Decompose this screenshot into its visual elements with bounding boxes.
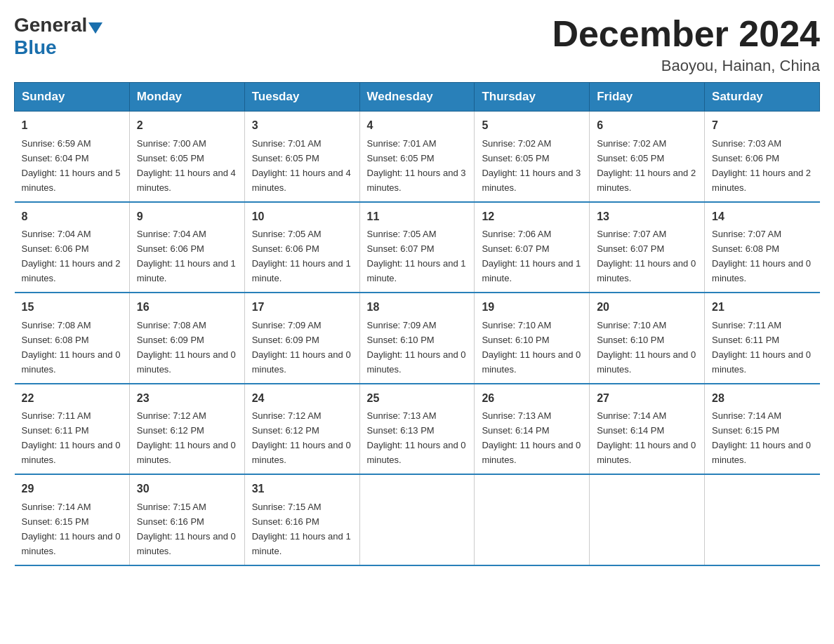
day-number: 15: [22, 299, 122, 316]
day-number: 17: [252, 299, 352, 316]
cell-content: Sunrise: 7:04 AMSunset: 6:06 PMDaylight:…: [137, 229, 236, 283]
calendar-cell: 6Sunrise: 7:02 AMSunset: 6:05 PMDaylight…: [590, 112, 705, 202]
calendar-cell: [475, 474, 590, 565]
calendar-cell: 14Sunrise: 7:07 AMSunset: 6:08 PMDayligh…: [705, 202, 820, 293]
calendar-cell: 11Sunrise: 7:05 AMSunset: 6:07 PMDayligh…: [359, 202, 475, 293]
page-header: General Blue December 2024 Baoyou, Haina…: [14, 14, 820, 75]
cell-content: Sunrise: 7:04 AMSunset: 6:06 PMDaylight:…: [22, 229, 121, 283]
day-number: 14: [712, 208, 812, 226]
calendar-cell: 3Sunrise: 7:01 AMSunset: 6:05 PMDaylight…: [244, 112, 359, 202]
calendar-cell: 18Sunrise: 7:09 AMSunset: 6:10 PMDayligh…: [359, 293, 475, 383]
calendar-cell: 31Sunrise: 7:15 AMSunset: 6:16 PMDayligh…: [244, 474, 359, 565]
cell-content: Sunrise: 7:10 AMSunset: 6:10 PMDaylight:…: [482, 320, 581, 375]
cell-content: Sunrise: 7:08 AMSunset: 6:08 PMDaylight:…: [22, 320, 121, 375]
calendar-cell: 20Sunrise: 7:10 AMSunset: 6:10 PMDayligh…: [590, 293, 705, 383]
cell-content: Sunrise: 7:12 AMSunset: 6:12 PMDaylight:…: [137, 410, 236, 465]
cell-content: Sunrise: 7:00 AMSunset: 6:05 PMDaylight:…: [137, 138, 236, 193]
cell-content: Sunrise: 7:15 AMSunset: 6:16 PMDaylight:…: [137, 502, 236, 556]
calendar-cell: 13Sunrise: 7:07 AMSunset: 6:07 PMDayligh…: [590, 202, 705, 293]
day-number: 26: [482, 390, 582, 408]
calendar-cell: 24Sunrise: 7:12 AMSunset: 6:12 PMDayligh…: [244, 384, 359, 474]
day-number: 31: [252, 481, 352, 498]
calendar-cell: 26Sunrise: 7:13 AMSunset: 6:14 PMDayligh…: [475, 384, 590, 474]
day-number: 30: [137, 481, 237, 498]
calendar-table: SundayMondayTuesdayWednesdayThursdayFrid…: [14, 82, 820, 565]
calendar-cell: 19Sunrise: 7:10 AMSunset: 6:10 PMDayligh…: [475, 293, 590, 383]
logo: General Blue: [14, 14, 104, 59]
cell-content: Sunrise: 7:01 AMSunset: 6:05 PMDaylight:…: [367, 138, 466, 193]
day-number: 10: [252, 208, 352, 226]
day-number: 25: [367, 390, 468, 408]
calendar-cell: 22Sunrise: 7:11 AMSunset: 6:11 PMDayligh…: [15, 384, 130, 474]
cell-content: Sunrise: 7:14 AMSunset: 6:15 PMDaylight:…: [22, 502, 121, 556]
day-number: 6: [597, 117, 697, 135]
calendar-cell: 28Sunrise: 7:14 AMSunset: 6:15 PMDayligh…: [705, 384, 820, 474]
cell-content: Sunrise: 7:09 AMSunset: 6:10 PMDaylight:…: [367, 320, 466, 375]
cell-content: Sunrise: 7:09 AMSunset: 6:09 PMDaylight:…: [252, 320, 351, 375]
weekday-header-sunday: Sunday: [15, 83, 130, 112]
weekday-header-friday: Friday: [590, 83, 705, 112]
day-number: 3: [252, 117, 352, 135]
weekday-header-wednesday: Wednesday: [359, 83, 475, 112]
day-number: 16: [137, 299, 237, 316]
cell-content: Sunrise: 7:13 AMSunset: 6:14 PMDaylight:…: [482, 410, 581, 465]
day-number: 27: [597, 390, 697, 408]
cell-content: Sunrise: 7:10 AMSunset: 6:10 PMDaylight:…: [597, 320, 696, 375]
calendar-cell: [359, 474, 475, 565]
calendar-week-1: 1Sunrise: 6:59 AMSunset: 6:04 PMDaylight…: [15, 112, 820, 202]
logo-blue-text: Blue: [14, 36, 57, 58]
calendar-cell: 29Sunrise: 7:14 AMSunset: 6:15 PMDayligh…: [15, 474, 130, 565]
calendar-cell: [590, 474, 705, 565]
cell-content: Sunrise: 7:11 AMSunset: 6:11 PMDaylight:…: [22, 410, 121, 465]
calendar-week-4: 22Sunrise: 7:11 AMSunset: 6:11 PMDayligh…: [15, 384, 820, 474]
cell-content: Sunrise: 7:13 AMSunset: 6:13 PMDaylight:…: [367, 410, 466, 465]
day-number: 13: [597, 208, 697, 226]
day-number: 11: [367, 208, 468, 226]
calendar-cell: 9Sunrise: 7:04 AMSunset: 6:06 PMDaylight…: [129, 202, 244, 293]
calendar-cell: 12Sunrise: 7:06 AMSunset: 6:07 PMDayligh…: [475, 202, 590, 293]
weekday-header-monday: Monday: [129, 83, 244, 112]
day-number: 20: [597, 299, 697, 316]
calendar-cell: 15Sunrise: 7:08 AMSunset: 6:08 PMDayligh…: [15, 293, 130, 383]
calendar-cell: 5Sunrise: 7:02 AMSunset: 6:05 PMDaylight…: [475, 112, 590, 202]
day-number: 5: [482, 117, 582, 135]
calendar-cell: 8Sunrise: 7:04 AMSunset: 6:06 PMDaylight…: [15, 202, 130, 293]
day-number: 29: [22, 481, 122, 498]
day-number: 24: [252, 390, 352, 408]
day-number: 18: [367, 299, 468, 316]
calendar-week-5: 29Sunrise: 7:14 AMSunset: 6:15 PMDayligh…: [15, 474, 820, 565]
day-number: 23: [137, 390, 237, 408]
cell-content: Sunrise: 7:14 AMSunset: 6:15 PMDaylight:…: [712, 410, 811, 465]
calendar-cell: 10Sunrise: 7:05 AMSunset: 6:06 PMDayligh…: [244, 202, 359, 293]
calendar-cell: 30Sunrise: 7:15 AMSunset: 6:16 PMDayligh…: [129, 474, 244, 565]
calendar-cell: 27Sunrise: 7:14 AMSunset: 6:14 PMDayligh…: [590, 384, 705, 474]
calendar-cell: 1Sunrise: 6:59 AMSunset: 6:04 PMDaylight…: [15, 112, 130, 202]
cell-content: Sunrise: 7:05 AMSunset: 6:06 PMDaylight:…: [252, 229, 351, 283]
calendar-cell: 21Sunrise: 7:11 AMSunset: 6:11 PMDayligh…: [705, 293, 820, 383]
day-number: 22: [22, 390, 122, 408]
weekday-header-saturday: Saturday: [705, 83, 820, 112]
day-number: 2: [137, 117, 237, 135]
cell-content: Sunrise: 7:11 AMSunset: 6:11 PMDaylight:…: [712, 320, 811, 375]
cell-content: Sunrise: 7:07 AMSunset: 6:08 PMDaylight:…: [712, 229, 811, 283]
day-number: 19: [482, 299, 582, 316]
location-text: Baoyou, Hainan, China: [552, 57, 820, 75]
calendar-cell: 16Sunrise: 7:08 AMSunset: 6:09 PMDayligh…: [129, 293, 244, 383]
day-number: 9: [137, 208, 237, 226]
calendar-cell: 17Sunrise: 7:09 AMSunset: 6:09 PMDayligh…: [244, 293, 359, 383]
calendar-cell: 2Sunrise: 7:00 AMSunset: 6:05 PMDaylight…: [129, 112, 244, 202]
calendar-cell: [705, 474, 820, 565]
calendar-header-row: SundayMondayTuesdayWednesdayThursdayFrid…: [15, 83, 820, 112]
cell-content: Sunrise: 6:59 AMSunset: 6:04 PMDaylight:…: [22, 138, 121, 193]
calendar-week-3: 15Sunrise: 7:08 AMSunset: 6:08 PMDayligh…: [15, 293, 820, 383]
day-number: 1: [22, 117, 122, 135]
day-number: 7: [712, 117, 812, 135]
day-number: 21: [712, 299, 812, 316]
weekday-header-tuesday: Tuesday: [244, 83, 359, 112]
cell-content: Sunrise: 7:06 AMSunset: 6:07 PMDaylight:…: [482, 229, 581, 283]
day-number: 12: [482, 208, 582, 226]
calendar-cell: 7Sunrise: 7:03 AMSunset: 6:06 PMDaylight…: [705, 112, 820, 202]
day-number: 28: [712, 390, 812, 408]
title-section: December 2024 Baoyou, Hainan, China: [552, 14, 820, 75]
day-number: 8: [22, 208, 122, 226]
